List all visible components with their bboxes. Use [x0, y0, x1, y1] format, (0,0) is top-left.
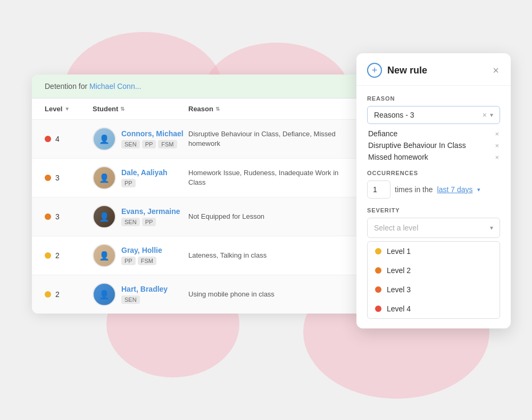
level-option-dot: [375, 248, 381, 254]
student-name[interactable]: Gray, Hollie: [121, 246, 162, 254]
reason-tag-text: Defiance: [368, 129, 397, 138]
occurrences-row: times in the last 7 days ▾: [367, 180, 500, 199]
tag: PP: [121, 179, 136, 187]
col-student[interactable]: Student ⇅: [93, 105, 188, 113]
level-cell: 4: [45, 135, 93, 143]
col-level[interactable]: Level ▼: [45, 105, 93, 113]
level-cell: 3: [45, 212, 93, 221]
student-tags: SEN: [121, 295, 168, 304]
severity-label: SEVERITY: [367, 207, 500, 213]
reason-tag-item: Defiance ×: [368, 129, 499, 138]
sort-icon-reason: ⇅: [215, 106, 220, 112]
reason-tag-item: Disruptive Behaviour In Class ×: [368, 141, 499, 150]
reason-tag-remove-icon[interactable]: ×: [495, 130, 499, 138]
tag: SEN: [121, 295, 140, 304]
sort-icon-student: ⇅: [120, 106, 124, 112]
level-cell: 2: [45, 290, 93, 299]
reason-tag-text: Disruptive Behaviour In Class: [368, 141, 466, 150]
reason-cell: Disruptive Behaviour in Class, Defiance,…: [188, 129, 349, 149]
occ-period-chevron[interactable]: ▾: [477, 186, 480, 193]
level-value: 3: [55, 174, 60, 182]
student-tags: SENPP: [121, 218, 180, 226]
student-cell: 👤 Dale, Aaliyah PP: [93, 166, 188, 190]
panel-body: REASON Reasons - 3 × ▾ Defiance × Disrup…: [356, 86, 511, 328]
sort-icon-level: ▼: [64, 106, 70, 112]
level-option[interactable]: Level 2: [368, 261, 500, 280]
table-card: Detention for Michael Conn... Level ▼ St…: [32, 75, 362, 314]
level-value: 3: [55, 212, 60, 221]
banner-text: Detention for: [45, 82, 89, 90]
tag: FSM: [138, 257, 156, 265]
avatar: 👤: [93, 283, 116, 306]
dropdown-actions: × ▾: [483, 111, 493, 119]
panel-title: New rule: [387, 65, 427, 76]
tag: PP: [142, 140, 156, 149]
level-option-label: Level 4: [387, 304, 411, 313]
reason-cell: Using mobile phone in class: [188, 290, 349, 299]
level-option-label: Level 1: [387, 247, 411, 256]
close-button[interactable]: ×: [492, 64, 500, 77]
level-option-label: Level 3: [387, 285, 411, 294]
level-dot: [45, 136, 51, 142]
student-tags: PP: [121, 179, 168, 187]
student-name[interactable]: Hart, Bradley: [121, 285, 168, 293]
student-name[interactable]: Evans, Jermaine: [121, 207, 180, 216]
severity-chevron-icon: ▾: [490, 224, 493, 232]
reason-tag-item: Missed homework ×: [368, 153, 499, 161]
student-tags: SENPPFSM: [121, 140, 184, 149]
tag: PP: [121, 257, 136, 265]
banner-link[interactable]: Michael Conn...: [89, 82, 141, 90]
table-header: Level ▼ Student ⇅ Reason ⇅: [32, 98, 362, 120]
reason-chevron-icon: ▾: [490, 111, 493, 119]
avatar: 👤: [93, 166, 116, 190]
reason-tags-list: Defiance × Disruptive Behaviour In Class…: [367, 129, 500, 161]
panel-header: + New rule ×: [356, 53, 511, 86]
table-row: 2 👤 Hart, Bradley SEN Using mobile phone…: [32, 275, 362, 314]
level-dropdown: Level 1 Level 2 Level 3 Level 4: [367, 241, 500, 319]
avatar-placeholder: 👤: [94, 206, 115, 227]
severity-select[interactable]: Select a level ▾: [367, 218, 500, 238]
avatar: 👤: [93, 244, 116, 267]
reason-tag-remove-icon[interactable]: ×: [495, 142, 499, 150]
student-cell: 👤 Evans, Jermaine SENPP: [93, 205, 188, 228]
level-option[interactable]: Level 4: [368, 299, 500, 318]
level-cell: 2: [45, 251, 93, 260]
level-value: 4: [55, 135, 60, 143]
level-option[interactable]: Level 1: [368, 242, 500, 261]
level-dot: [45, 252, 51, 259]
level-option-dot: [375, 306, 381, 312]
student-name[interactable]: Connors, Michael: [121, 129, 184, 138]
student-name[interactable]: Dale, Aaliyah: [121, 168, 168, 177]
reason-clear-icon[interactable]: ×: [483, 111, 487, 119]
reason-dropdown[interactable]: Reasons - 3 × ▾: [367, 106, 500, 124]
avatar-placeholder: 👤: [94, 245, 115, 266]
reason-cell: Not Equipped for Lesson: [188, 212, 349, 221]
table-row: 3 👤 Dale, Aaliyah PP Homework Issue, Rud…: [32, 159, 362, 197]
reason-tag-remove-icon[interactable]: ×: [495, 153, 499, 161]
new-rule-panel: + New rule × REASON Reasons - 3 × ▾ Defi…: [356, 53, 511, 328]
occurrences-label: OCCURRENCES: [367, 170, 500, 176]
occurrences-input[interactable]: [367, 180, 390, 199]
avatar: 👤: [93, 127, 116, 151]
plus-icon: +: [367, 63, 382, 78]
table-row: 3 👤 Evans, Jermaine SENPP Not Equipped f…: [32, 197, 362, 236]
table-row: 2 👤 Gray, Hollie PPFSM Lateness, Talking…: [32, 236, 362, 275]
reason-tag-text: Missed homework: [368, 153, 428, 161]
reason-cell: Lateness, Talking in class: [188, 251, 349, 260]
student-info: Dale, Aaliyah PP: [121, 168, 168, 187]
detention-banner: Detention for Michael Conn...: [32, 75, 362, 98]
panel-title-group: + New rule: [367, 63, 427, 78]
tag: SEN: [121, 140, 140, 149]
table-body: 4 👤 Connors, Michael SENPPFSM Disruptive…: [32, 120, 362, 314]
level-cell: 3: [45, 174, 93, 182]
reason-dropdown-text: Reasons - 3: [374, 111, 414, 119]
level-option[interactable]: Level 3: [368, 280, 500, 299]
student-info: Hart, Bradley SEN: [121, 285, 168, 304]
student-info: Connors, Michael SENPPFSM: [121, 129, 184, 149]
occ-period-link[interactable]: last 7 days: [437, 185, 473, 194]
avatar-placeholder: 👤: [94, 128, 115, 150]
level-option-dot: [375, 286, 381, 293]
level-dot: [45, 175, 51, 181]
col-reason[interactable]: Reason ⇅: [188, 105, 349, 113]
reason-cell: Homework Issue, Rudeness, Inadequate Wor…: [188, 168, 349, 187]
